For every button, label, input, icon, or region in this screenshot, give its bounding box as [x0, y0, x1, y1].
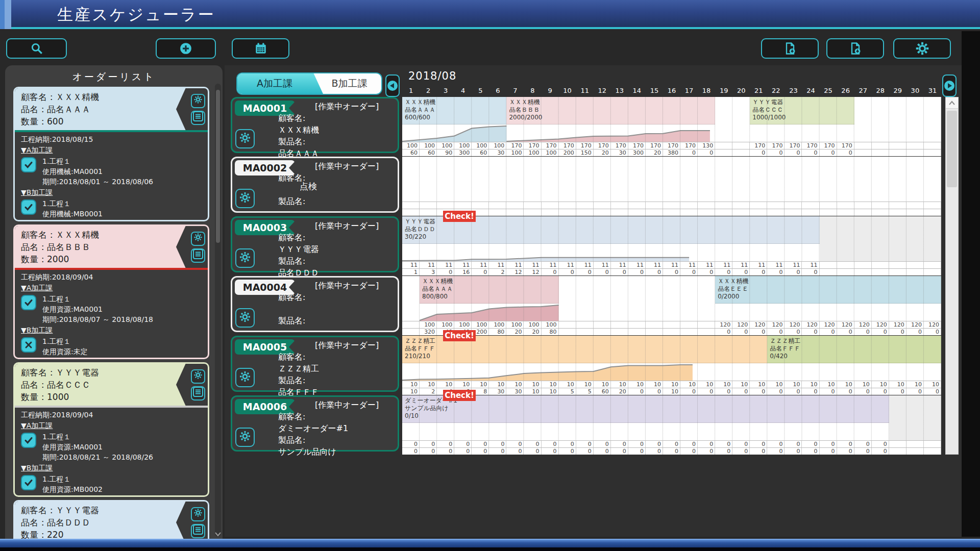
- order-detail-button[interactable]: [191, 524, 205, 538]
- machine-panel-MA0003[interactable]: MA0003[作業中オーダー]顧客名:ＹＹＹ電器製品名:品名ＤＤＤ: [231, 216, 399, 272]
- order-settings-button[interactable]: [191, 507, 205, 521]
- capacity-cell: [663, 202, 680, 209]
- machine-panel-MA0006[interactable]: MA0006[作業中オーダー]顧客名:ダミーオーダー#1製品名:サンプル品向け: [231, 395, 399, 452]
- load-cell: 0: [750, 269, 767, 276]
- gantt-bar[interactable]: ＸＸＸ精機品名ＡＡＡ800/800: [420, 276, 559, 304]
- capacity-cell: [732, 202, 750, 209]
- load-cell: [402, 329, 420, 335]
- machine-panel-MA0002[interactable]: MA0002[作業中オーダー]顧客名: 製品名: 点検: [231, 157, 399, 213]
- load-cell: 150: [576, 149, 594, 156]
- load-cell: [872, 149, 889, 156]
- chart-scrollbar-thumb[interactable]: [947, 111, 957, 187]
- capacity-cell: 10: [715, 381, 732, 388]
- toolbar-button-settings-gear[interactable]: [893, 38, 951, 59]
- capacity-cell: [889, 142, 906, 149]
- order-card[interactable]: 顧客名：ＹＹＹ電器品名：品名ＤＤＤ数量：220工程納期:2018/09/14: [13, 500, 209, 540]
- day-label: 5: [472, 86, 489, 97]
- gantt-bar[interactable]: ＺＺＺ精工品名ＦＦＦ0/420: [767, 336, 941, 363]
- toolbar-button-search[interactable]: [6, 38, 67, 59]
- machine-product-label: 製品名:: [278, 434, 379, 446]
- tab-a-kakouka[interactable]: A加工課: [237, 73, 323, 94]
- gantt-bar[interactable]: ＸＸＸ精機品名ＡＡＡ600/600: [402, 97, 506, 124]
- sidebar-scrollbar-thumb[interactable]: [216, 90, 220, 243]
- machine-settings-button[interactable]: [235, 129, 255, 148]
- capacity-cell: 10: [924, 381, 941, 388]
- toolbar-button-add[interactable]: [156, 38, 216, 59]
- load-cell: 0: [732, 388, 750, 395]
- toolbar-button-export-report[interactable]: [761, 38, 819, 59]
- capacity-cell: [872, 202, 889, 209]
- load-cell: [802, 209, 819, 216]
- collapse-left-icon[interactable]: [385, 74, 400, 97]
- load-cell: [906, 448, 924, 455]
- order-process-lines: 1.工程１使用資源:MB0002期間:2018/08/28 ～ 2018/09/…: [42, 474, 153, 497]
- load-cell: 0: [611, 448, 628, 455]
- load-cell: 0: [820, 329, 837, 335]
- gantt-bar-label: サンプル品向け: [405, 405, 887, 412]
- order-card[interactable]: 顧客名：ＹＹＹ電器品名：品名ＣＣＣ数量：1000工程納期:2018/09/04▼…: [13, 362, 209, 497]
- order-settings-button[interactable]: [191, 232, 205, 246]
- gantt-bar[interactable]: ＸＸＸ精機品名ＢＢＢ2000/2000: [506, 97, 715, 124]
- tab-b-kakouka[interactable]: B加工課: [317, 73, 381, 94]
- load-cell: 0: [802, 149, 819, 156]
- machine-settings-button[interactable]: [235, 368, 255, 387]
- machine-settings-button[interactable]: [235, 428, 255, 447]
- month-label: 2018/08: [408, 70, 456, 82]
- order-detail-button[interactable]: [191, 248, 205, 263]
- gantt-row-MA0005: ＺＺＺ精工品名ＦＦＦ210/210ＺＺＺ精工品名ＦＦＦ0/420Check!10…: [402, 336, 941, 395]
- order-process-line: 1.工程１: [42, 198, 153, 209]
- chart-scroll-up-icon[interactable]: [946, 97, 958, 109]
- load-cell: 300: [454, 149, 472, 156]
- capacity-cell: 10: [663, 381, 680, 388]
- capacity-cell: 10: [680, 381, 698, 388]
- load-cell: [837, 269, 854, 276]
- order-settings-button[interactable]: [191, 369, 205, 384]
- order-settings-button[interactable]: [191, 94, 205, 108]
- order-customer: 顧客名：ＸＸＸ精機: [21, 229, 202, 241]
- load-cell: 0: [767, 269, 785, 276]
- sidebar-scrollbar[interactable]: [215, 84, 221, 537]
- capacity-cell: 100: [420, 142, 437, 149]
- gantt-bar[interactable]: ＸＸＸ精機品名ＥＥＥ0/2000: [715, 276, 941, 304]
- day-label: 24: [802, 86, 819, 97]
- order-card[interactable]: 顧客名：ＸＸＸ精機品名：品名ＡＡＡ数量：600工程納期:2018/08/15▼A…: [13, 87, 209, 221]
- machine-settings-button[interactable]: [235, 189, 255, 208]
- toolbar-button-export-report[interactable]: [826, 38, 884, 59]
- capacity-cell: 10: [611, 381, 628, 388]
- order-list-title: オーダーリスト: [5, 70, 223, 84]
- sidebar-scroll-down-icon[interactable]: [214, 530, 222, 536]
- day-label: 10: [559, 86, 576, 97]
- capacity-cell: 11: [594, 262, 611, 268]
- order-detail-button[interactable]: [191, 111, 205, 125]
- gantt-graph-zone: [402, 184, 941, 202]
- toolbar-button-calendar[interactable]: [232, 38, 289, 59]
- load-cell: 0: [454, 448, 472, 455]
- load-cell: 0: [767, 448, 785, 455]
- machine-note: [作業中オーダー]: [315, 160, 379, 172]
- capacity-cell: [837, 202, 854, 209]
- capacity-cell: 10: [576, 381, 594, 388]
- scroll-right-icon[interactable]: [942, 74, 957, 97]
- machine-product-label: 製品名:: [278, 195, 379, 207]
- capacity-cell: [680, 321, 698, 328]
- header-accent-stripe: [5, 0, 11, 29]
- capacity-cell: 0: [594, 441, 611, 447]
- machine-settings-button[interactable]: [235, 308, 255, 328]
- capacity-cell: 11: [420, 262, 437, 268]
- order-card[interactable]: 顧客名：ＸＸＸ精機品名：品名ＢＢＢ数量：2000工程納期:2018/09/04▼…: [13, 224, 209, 359]
- machine-panel-MA0005[interactable]: MA0005[作業中オーダー]顧客名:ＺＺＺ精工製品名:品名ＦＦＦ: [231, 336, 399, 392]
- load-cell: [732, 149, 750, 156]
- machine-panel-MA0004[interactable]: MA0004[作業中オーダー]顧客名: 製品名:: [231, 276, 399, 332]
- chart-scrollbar[interactable]: [945, 97, 959, 455]
- gantt-bar[interactable]: ＹＹＹ電器品名ＣＣＣ1000/1000: [750, 97, 854, 124]
- capacity-cell: 130: [698, 142, 715, 149]
- load-cell: [872, 209, 889, 216]
- capacity-cell: 0: [437, 441, 454, 447]
- order-due-date: 工程納期:2018/09/04: [21, 410, 203, 420]
- order-detail-button[interactable]: [191, 386, 205, 400]
- machine-settings-button[interactable]: [235, 248, 255, 268]
- machine-customer-value: ＺＺＺ精工: [278, 363, 379, 374]
- gantt-bar-label: ＺＺＺ精工: [770, 337, 939, 345]
- machine-panel-MA0001[interactable]: MA0001[作業中オーダー]顧客名:ＸＸＸ精機製品名:品名ＡＡＡ: [231, 97, 399, 153]
- day-label: 27: [854, 86, 872, 97]
